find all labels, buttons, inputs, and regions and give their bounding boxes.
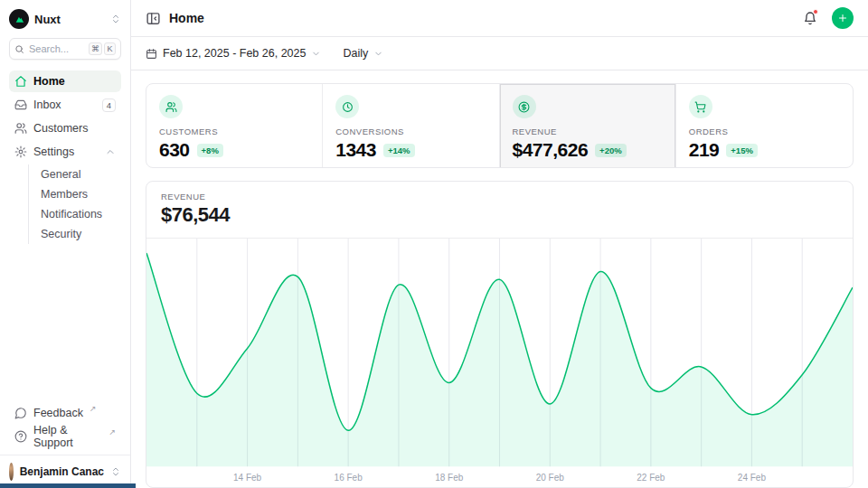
notification-dot xyxy=(813,9,818,14)
kbd-k: K xyxy=(104,42,116,55)
sidebar-item-home[interactable]: Home xyxy=(9,70,121,92)
feedback-link[interactable]: Feedback ↗ xyxy=(9,402,121,424)
chart-title: REVENUE xyxy=(161,192,838,202)
stat-label: ORDERS xyxy=(689,127,840,136)
sidebar-spacer xyxy=(0,248,130,399)
main-area: Home Feb 12, 2025 - Feb 26, 2025 Daily xyxy=(131,0,868,488)
stat-revenue[interactable]: REVENUE $477,626 +20% xyxy=(500,84,676,168)
sidebar: Nuxt Search... ⌘K Home Inbox 4 xyxy=(0,0,131,488)
stat-value: 630 xyxy=(159,139,190,161)
clock-icon xyxy=(335,95,359,118)
toolbar: Feb 12, 2025 - Feb 26, 2025 Daily xyxy=(131,37,868,70)
users-icon xyxy=(14,122,27,135)
search-input[interactable]: Search... ⌘K xyxy=(9,38,121,60)
message-circle-icon xyxy=(14,407,27,419)
chart-current-value: $76,544 xyxy=(161,203,838,227)
search-placeholder: Search... xyxy=(29,43,69,54)
home-icon xyxy=(14,75,27,88)
chart-body: 14 Feb16 Feb18 Feb20 Feb22 Feb24 Feb xyxy=(146,239,853,488)
stat-delta-badge: +8% xyxy=(197,144,223,157)
stat-delta-badge: +15% xyxy=(726,144,758,157)
svg-text:16 Feb: 16 Feb xyxy=(335,473,363,483)
chevron-down-icon xyxy=(311,49,321,59)
stat-orders[interactable]: ORDERS 219 +15% xyxy=(676,84,853,168)
inbox-count-badge: 4 xyxy=(102,99,116,112)
stat-delta-badge: +20% xyxy=(595,144,627,157)
stats-grid: CUSTOMERS 630 +8% CONVERSIONS 1343 +14% xyxy=(146,83,854,168)
stat-customers[interactable]: CUSTOMERS 630 +8% xyxy=(146,84,323,168)
sidebar-item-label: Home xyxy=(33,75,65,88)
revenue-area-chart[interactable]: 14 Feb16 Feb18 Feb20 Feb22 Feb24 Feb xyxy=(146,239,853,488)
app-header: Home xyxy=(131,0,868,37)
external-link-icon: ↗ xyxy=(108,428,116,436)
add-button[interactable] xyxy=(832,7,854,29)
workspace-name: Nuxt xyxy=(34,13,61,26)
users-icon xyxy=(159,95,183,118)
date-range-picker[interactable]: Feb 12, 2025 - Feb 26, 2025 xyxy=(146,47,321,60)
period-label: Daily xyxy=(343,47,368,60)
sidebar-footer: Feedback ↗ Help & Support ↗ xyxy=(0,399,130,451)
stat-value: 219 xyxy=(689,139,720,161)
sidebar-item-settings[interactable]: Settings xyxy=(9,141,121,163)
sidebar-nav: Home Inbox 4 Customers Settings Ge xyxy=(0,65,130,248)
svg-text:20 Feb: 20 Feb xyxy=(536,473,565,483)
stat-value: $477,626 xyxy=(513,139,589,161)
external-link-icon: ↗ xyxy=(90,405,97,413)
nuxt-logo-icon xyxy=(9,9,29,29)
chevron-down-icon xyxy=(373,49,383,59)
chart-header: REVENUE $76,544 xyxy=(146,182,853,239)
chevrons-up-down-icon xyxy=(110,14,121,24)
user-avatar xyxy=(9,463,14,481)
search-shortcut: ⌘K xyxy=(89,42,116,55)
sidebar-item-members[interactable]: Members xyxy=(37,184,112,204)
sidebar-item-inbox[interactable]: Inbox 4 xyxy=(9,94,121,116)
chevron-up-icon xyxy=(105,146,116,157)
gear-icon xyxy=(14,145,27,158)
sidebar-item-customers[interactable]: Customers xyxy=(9,117,121,139)
sidebar-item-security[interactable]: Security xyxy=(37,224,112,244)
footer-item-label: Feedback xyxy=(33,407,83,419)
stat-label: CONVERSIONS xyxy=(335,127,486,136)
search-icon xyxy=(14,44,24,54)
circle-dollar-icon xyxy=(513,95,536,118)
stat-delta-badge: +14% xyxy=(383,144,415,157)
sidebar-item-label: Settings xyxy=(33,145,74,158)
svg-text:24 Feb: 24 Feb xyxy=(738,473,767,483)
stat-value: 1343 xyxy=(335,139,376,161)
sidebar-item-label: Inbox xyxy=(33,99,61,111)
help-support-link[interactable]: Help & Support ↗ xyxy=(9,426,121,447)
kbd-cmd: ⌘ xyxy=(89,42,102,55)
dashboard-content: CUSTOMERS 630 +8% CONVERSIONS 1343 +14% xyxy=(131,70,868,488)
workspace-switcher[interactable]: Nuxt xyxy=(0,5,130,33)
user-name: Benjamin Canac xyxy=(20,465,104,478)
svg-text:14 Feb: 14 Feb xyxy=(233,473,262,483)
chevrons-up-down-icon xyxy=(110,466,121,477)
calendar-icon xyxy=(146,48,157,60)
header-actions xyxy=(803,7,854,29)
settings-children: General Members Notifications Security xyxy=(28,164,112,244)
help-circle-icon xyxy=(14,430,27,443)
svg-text:18 Feb: 18 Feb xyxy=(435,473,464,483)
stat-label: REVENUE xyxy=(513,127,663,136)
sidebar-item-general[interactable]: General xyxy=(37,164,112,184)
period-select[interactable]: Daily xyxy=(343,47,383,60)
stat-label: CUSTOMERS xyxy=(159,127,309,136)
shopping-cart-icon xyxy=(689,95,712,118)
sidebar-item-label: Customers xyxy=(33,122,88,135)
notifications-bell-icon[interactable] xyxy=(803,11,817,25)
page-title: Home xyxy=(169,11,204,25)
bottom-strip xyxy=(0,483,136,488)
stat-conversions[interactable]: CONVERSIONS 1343 +14% xyxy=(323,84,499,168)
inbox-icon xyxy=(14,99,27,111)
revenue-chart-card: REVENUE $76,544 14 Feb16 Feb18 Feb20 Feb… xyxy=(146,181,854,488)
sidebar-toggle-icon[interactable] xyxy=(146,11,161,26)
footer-item-label: Help & Support xyxy=(33,424,102,449)
svg-text:22 Feb: 22 Feb xyxy=(637,473,665,483)
date-range-label: Feb 12, 2025 - Feb 26, 2025 xyxy=(163,47,306,60)
sidebar-item-notifications[interactable]: Notifications xyxy=(37,204,112,224)
